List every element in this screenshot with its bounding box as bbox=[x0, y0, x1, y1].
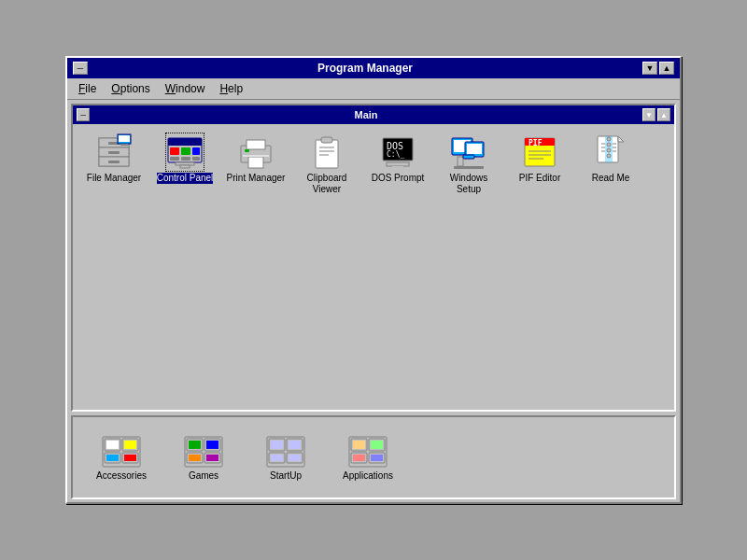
svg-rect-78 bbox=[206, 455, 218, 461]
icon-control-panel[interactable]: Control Panel bbox=[151, 132, 218, 197]
svg-rect-9 bbox=[120, 144, 128, 146]
svg-rect-75 bbox=[189, 441, 201, 449]
svg-rect-34 bbox=[392, 166, 403, 168]
svg-rect-21 bbox=[247, 140, 265, 149]
svg-rect-41 bbox=[454, 166, 484, 169]
svg-rect-19 bbox=[180, 165, 190, 168]
svg-rect-16 bbox=[181, 157, 190, 161]
svg-rect-40 bbox=[463, 155, 474, 159]
svg-point-52 bbox=[607, 148, 611, 152]
svg-rect-84 bbox=[271, 441, 283, 449]
games-label: Games bbox=[189, 470, 218, 481]
svg-rect-5 bbox=[108, 151, 120, 154]
clipboard-viewer-icon bbox=[308, 133, 345, 171]
svg-rect-69 bbox=[124, 455, 136, 461]
svg-rect-33 bbox=[387, 162, 409, 166]
svg-rect-39 bbox=[458, 157, 463, 166]
svg-rect-77 bbox=[189, 455, 201, 461]
control-panel-label: Control Panel bbox=[157, 173, 214, 184]
minimize-button[interactable]: ▼ bbox=[642, 62, 657, 75]
main-max-btn[interactable]: ▲ bbox=[657, 108, 670, 121]
svg-rect-96 bbox=[371, 455, 383, 461]
svg-rect-8 bbox=[119, 135, 130, 142]
windows-setup-label: Windows Setup bbox=[437, 173, 500, 195]
svg-rect-23 bbox=[245, 149, 249, 152]
svg-rect-13 bbox=[181, 147, 190, 155]
svg-rect-25 bbox=[316, 140, 338, 168]
content-area: ─ Main ▼ ▲ bbox=[67, 100, 680, 503]
control-panel-icon bbox=[166, 133, 204, 171]
icon-accessories[interactable]: Accessories bbox=[88, 435, 155, 481]
read-me-icon bbox=[592, 133, 629, 171]
clipboard-viewer-label: Clipboard Viewer bbox=[295, 173, 359, 195]
svg-rect-87 bbox=[289, 455, 301, 461]
svg-rect-66 bbox=[106, 441, 119, 449]
svg-point-53 bbox=[607, 154, 611, 158]
svg-rect-15 bbox=[170, 157, 179, 161]
groups-area: Accessories Games bbox=[71, 415, 676, 499]
icon-file-manager[interactable]: File Manager bbox=[80, 132, 148, 197]
system-menu-button[interactable]: ─ bbox=[73, 62, 88, 75]
read-me-label: Read Me bbox=[592, 173, 630, 184]
svg-point-50 bbox=[607, 137, 611, 141]
svg-rect-93 bbox=[353, 441, 365, 449]
icon-startup[interactable]: StartUp bbox=[252, 435, 319, 481]
svg-text:PIF: PIF bbox=[529, 139, 543, 147]
startup-label: StartUp bbox=[270, 470, 302, 481]
menu-window[interactable]: Window bbox=[158, 80, 213, 97]
icon-pif-editor[interactable]: PIF PIF Editor bbox=[506, 132, 573, 197]
svg-rect-86 bbox=[271, 455, 283, 461]
svg-rect-22 bbox=[248, 157, 263, 168]
icon-read-me[interactable]: Read Me bbox=[577, 132, 644, 197]
file-manager-label: File Manager bbox=[87, 173, 141, 184]
svg-rect-26 bbox=[321, 137, 332, 143]
main-window: ─ Main ▼ ▲ bbox=[71, 104, 676, 412]
svg-marker-60 bbox=[618, 136, 624, 142]
file-manager-icon bbox=[95, 133, 133, 171]
program-manager-window: ─ Program Manager ▼ ▲ File Options Windo… bbox=[65, 56, 682, 504]
menu-file[interactable]: File bbox=[71, 80, 104, 97]
svg-rect-24 bbox=[243, 155, 269, 157]
accessories-label: Accessories bbox=[96, 470, 147, 481]
main-icons-area: File Manager bbox=[73, 124, 674, 410]
icon-games[interactable]: Games bbox=[170, 435, 237, 481]
svg-rect-76 bbox=[206, 441, 218, 449]
svg-rect-17 bbox=[192, 157, 200, 161]
maximize-button[interactable]: ▲ bbox=[659, 62, 674, 75]
pif-editor-icon: PIF bbox=[521, 133, 558, 171]
svg-rect-14 bbox=[192, 147, 200, 155]
print-manager-icon bbox=[237, 133, 275, 171]
dos-prompt-label: DOS Prompt bbox=[372, 173, 425, 184]
print-manager-label: Print Manager bbox=[227, 173, 286, 184]
svg-rect-12 bbox=[170, 147, 179, 155]
icon-clipboard-viewer[interactable]: Clipboard Viewer bbox=[293, 132, 360, 197]
icon-windows-setup[interactable]: Windows Setup bbox=[435, 132, 502, 197]
main-title-bar: ─ Main ▼ ▲ bbox=[73, 105, 674, 124]
menu-options[interactable]: Options bbox=[104, 80, 157, 97]
svg-text:C:\_: C:\_ bbox=[387, 150, 404, 159]
svg-point-51 bbox=[607, 143, 611, 147]
svg-rect-85 bbox=[289, 441, 301, 449]
menu-bar: File Options Window Help bbox=[67, 78, 680, 100]
title-bar: ─ Program Manager ▼ ▲ bbox=[67, 58, 680, 78]
svg-rect-38 bbox=[467, 144, 482, 154]
svg-rect-67 bbox=[124, 441, 136, 449]
svg-rect-6 bbox=[108, 161, 120, 163]
icon-dos-prompt[interactable]: DOS C:\_ DOS Prompt bbox=[364, 132, 431, 197]
icon-applications[interactable]: Applications bbox=[334, 435, 402, 481]
main-sys-btn[interactable]: ─ bbox=[77, 108, 90, 121]
svg-rect-95 bbox=[353, 455, 365, 461]
applications-label: Applications bbox=[343, 470, 393, 481]
svg-rect-68 bbox=[106, 455, 119, 461]
pif-editor-label: PIF Editor bbox=[519, 173, 560, 184]
svg-rect-94 bbox=[371, 441, 383, 449]
windows-setup-icon bbox=[450, 133, 487, 171]
svg-rect-11 bbox=[168, 138, 202, 146]
window-title: Program Manager bbox=[88, 62, 642, 75]
dos-prompt-icon: DOS C:\_ bbox=[379, 133, 416, 171]
main-min-btn[interactable]: ▼ bbox=[642, 108, 655, 121]
icon-print-manager[interactable]: Print Manager bbox=[222, 132, 289, 197]
main-window-title: Main bbox=[354, 109, 377, 120]
menu-help[interactable]: Help bbox=[212, 80, 250, 97]
